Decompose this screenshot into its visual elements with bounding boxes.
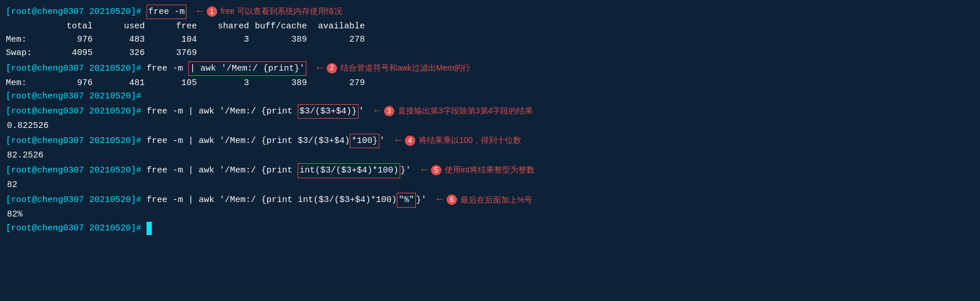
col-free: free — [145, 20, 197, 33]
arrow-icon-1: ← — [197, 3, 203, 20]
annotation-2: ← 2 结合管道符号和awk过滤出Mem的行 — [317, 60, 470, 76]
result-line-3: 82 — [6, 178, 974, 192]
col-buff: buff/cache — [249, 20, 307, 33]
prompt-2: [root@cheng0307 20210520]# — [6, 62, 141, 75]
annotation-text-1: free 可以查看到系统内存使用情况 — [221, 5, 342, 18]
prompt-final: [root@cheng0307 20210520]# — [6, 222, 141, 235]
col-avail: available — [307, 20, 365, 33]
command-line-1: [root@cheng0307 20210520]# free -m ← 1 f… — [6, 3, 974, 20]
annotation-text-2: 结合管道符号和awk过滤出Mem的行 — [341, 62, 470, 75]
circle-4: 4 — [405, 135, 415, 146]
annotation-3: ← 3 直接输出第3字段除第3第4字段的结果 — [374, 103, 533, 119]
circle-5: 5 — [431, 165, 441, 175]
circle-2: 2 — [327, 63, 337, 74]
mem-row-2: Mem: 976 481 105 3 389 279 — [6, 76, 974, 90]
table-header: total used free shared buff/cache availa… — [6, 20, 974, 33]
col-total: total — [41, 20, 93, 33]
cursor — [147, 222, 152, 235]
empty-prompt-line: [root@cheng0307 20210520]# — [6, 90, 974, 103]
prompt-5: [root@cheng0307 20210520]# — [6, 164, 141, 177]
annotation-text-5: 使用int将结果整型为整数 — [445, 164, 535, 177]
mem-row-1: Mem: 976 483 104 3 389 278 — [6, 33, 974, 46]
command-line-2: [root@cheng0307 20210520]# free -m | awk… — [6, 60, 974, 76]
cmd-highlight-4: *100} — [350, 134, 379, 148]
cmd-highlight-2: | awk '/Mem:/ {print}' — [188, 61, 306, 76]
result-line-4: 82% — [6, 208, 974, 221]
arrow-icon-4: ← — [395, 133, 401, 149]
prompt-6: [root@cheng0307 20210520]# — [6, 193, 141, 207]
annotation-text-3: 直接输出第3字段除第3第4字段的结果 — [398, 105, 533, 118]
annotation-4: ← 4 将结果乘以100，得到十位数 — [395, 133, 521, 149]
prompt-1: [root@cheng0307 20210520]# — [6, 5, 141, 19]
col-used: used — [93, 20, 145, 33]
command-line-3: [root@cheng0307 20210520]# free -m | awk… — [6, 103, 974, 119]
annotation-6: ← 6 最后在后面加上%号 — [437, 192, 532, 208]
annotation-5: ← 5 使用int将结果整型为整数 — [421, 162, 535, 178]
prompt-4: [root@cheng0307 20210520]# — [6, 134, 141, 148]
cmd-highlight-5: int($3/($3+$4)*100) — [298, 163, 400, 178]
arrow-icon-5: ← — [421, 162, 427, 178]
cmd-highlight-6: "%" — [397, 193, 416, 207]
cmd-highlight-3: $3/($3+$4)} — [298, 104, 359, 119]
circle-1: 1 — [207, 6, 217, 17]
annotation-text-6: 最后在后面加上%号 — [460, 194, 532, 207]
command-line-6: [root@cheng0307 20210520]# free -m | awk… — [6, 192, 974, 208]
circle-6: 6 — [447, 194, 457, 205]
result-line-1: 0.822526 — [6, 119, 974, 133]
prompt-empty: [root@cheng0307 20210520]# — [6, 90, 141, 103]
arrow-icon-6: ← — [437, 192, 443, 208]
terminal-window: [root@cheng0307 20210520]# free -m ← 1 f… — [6, 3, 974, 235]
command-line-4: [root@cheng0307 20210520]# free -m | awk… — [6, 133, 974, 149]
swap-row-1: Swap: 4095 326 3769 — [6, 46, 974, 60]
circle-3: 3 — [384, 106, 394, 116]
result-line-2: 82.2526 — [6, 149, 974, 162]
final-prompt-line: [root@cheng0307 20210520]# — [6, 222, 974, 235]
col-shared: shared — [197, 20, 249, 33]
arrow-icon-2: ← — [317, 60, 323, 76]
annotation-text-4: 将结果乘以100，得到十位数 — [419, 134, 521, 147]
cmd-highlight-1: free -m — [147, 5, 187, 19]
command-line-5: [root@cheng0307 20210520]# free -m | awk… — [6, 162, 974, 178]
prompt-3: [root@cheng0307 20210520]# — [6, 105, 141, 118]
arrow-icon-3: ← — [374, 103, 381, 119]
annotation-1: ← 1 free 可以查看到系统内存使用情况 — [197, 3, 342, 20]
